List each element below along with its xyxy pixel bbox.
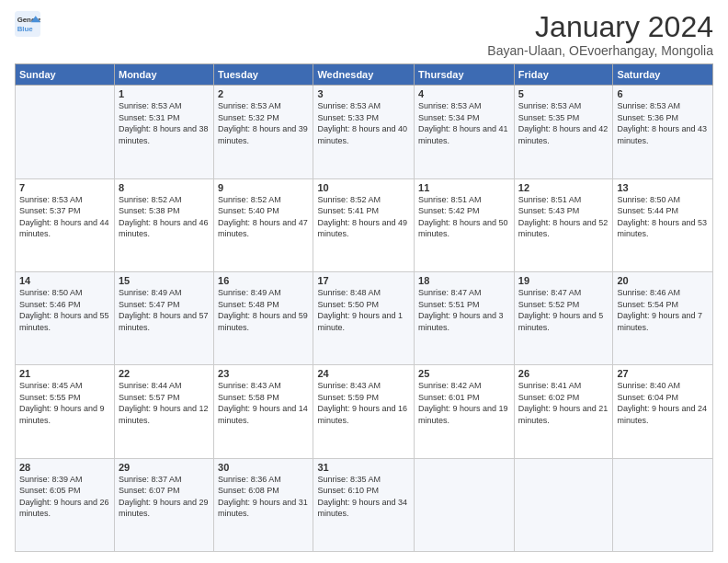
cal-cell [16, 86, 115, 178]
day-number: 22 [119, 368, 210, 379]
day-info: Sunrise: 8:52 AMSunset: 5:38 PMDaylight:… [119, 194, 210, 240]
cal-cell: 2Sunrise: 8:53 AMSunset: 5:32 PMDaylight… [214, 86, 313, 178]
cal-cell: 26Sunrise: 8:41 AMSunset: 6:02 PMDayligh… [514, 365, 613, 458]
col-tuesday: Tuesday [214, 64, 313, 86]
week-row-3: 21Sunrise: 8:45 AMSunset: 5:55 PMDayligh… [16, 365, 713, 458]
day-number: 3 [317, 88, 410, 99]
col-thursday: Thursday [415, 64, 515, 86]
day-info: Sunrise: 8:53 AMSunset: 5:36 PMDaylight:… [617, 100, 709, 146]
day-info: Sunrise: 8:49 AMSunset: 5:47 PMDaylight:… [119, 287, 210, 333]
day-info: Sunrise: 8:53 AMSunset: 5:32 PMDaylight:… [218, 100, 309, 146]
cal-cell: 25Sunrise: 8:42 AMSunset: 6:01 PMDayligh… [415, 365, 515, 458]
cal-cell: 21Sunrise: 8:45 AMSunset: 5:55 PMDayligh… [16, 365, 115, 458]
day-number: 24 [317, 368, 410, 379]
logo: General Blue [15, 11, 40, 37]
day-info: Sunrise: 8:49 AMSunset: 5:48 PMDaylight:… [218, 287, 309, 333]
day-info: Sunrise: 8:45 AMSunset: 5:55 PMDaylight:… [19, 380, 110, 426]
cal-cell: 31Sunrise: 8:35 AMSunset: 6:10 PMDayligh… [313, 458, 415, 551]
week-row-0: 1Sunrise: 8:53 AMSunset: 5:31 PMDaylight… [16, 86, 713, 178]
day-info: Sunrise: 8:43 AMSunset: 5:58 PMDaylight:… [218, 380, 309, 426]
day-info: Sunrise: 8:50 AMSunset: 5:46 PMDaylight:… [19, 287, 110, 333]
day-number: 17 [317, 275, 410, 286]
calendar-subtitle: Bayan-Ulaan, OEvoerhangay, Mongolia [487, 43, 713, 58]
day-number: 23 [218, 368, 309, 379]
cal-cell: 28Sunrise: 8:39 AMSunset: 6:05 PMDayligh… [16, 458, 115, 551]
day-number: 2 [218, 88, 309, 99]
day-info: Sunrise: 8:52 AMSunset: 5:41 PMDaylight:… [317, 194, 410, 240]
day-info: Sunrise: 8:48 AMSunset: 5:50 PMDaylight:… [317, 287, 410, 333]
day-number: 8 [119, 182, 210, 193]
day-number: 16 [218, 275, 309, 286]
cal-cell: 22Sunrise: 8:44 AMSunset: 5:57 PMDayligh… [114, 365, 213, 458]
day-number: 20 [617, 275, 709, 286]
day-info: Sunrise: 8:53 AMSunset: 5:31 PMDaylight:… [119, 100, 210, 146]
cal-cell: 4Sunrise: 8:53 AMSunset: 5:34 PMDaylight… [415, 86, 515, 178]
cal-cell: 3Sunrise: 8:53 AMSunset: 5:33 PMDaylight… [313, 86, 415, 178]
day-number: 26 [518, 368, 609, 379]
day-info: Sunrise: 8:50 AMSunset: 5:44 PMDaylight:… [617, 194, 709, 240]
day-number: 29 [119, 462, 210, 473]
week-row-2: 14Sunrise: 8:50 AMSunset: 5:46 PMDayligh… [16, 271, 713, 364]
cal-cell: 12Sunrise: 8:51 AMSunset: 5:43 PMDayligh… [514, 178, 613, 271]
day-info: Sunrise: 8:40 AMSunset: 6:04 PMDaylight:… [617, 380, 709, 426]
week-row-4: 28Sunrise: 8:39 AMSunset: 6:05 PMDayligh… [16, 458, 713, 551]
day-number: 30 [218, 462, 309, 473]
day-info: Sunrise: 8:53 AMSunset: 5:37 PMDaylight:… [19, 194, 110, 240]
col-monday: Monday [114, 64, 213, 86]
cal-cell [415, 458, 515, 551]
page-header: General Blue January 2024 Bayan-Ulaan, O… [15, 11, 713, 58]
cal-cell: 19Sunrise: 8:47 AMSunset: 5:52 PMDayligh… [514, 271, 613, 364]
cal-cell: 18Sunrise: 8:47 AMSunset: 5:51 PMDayligh… [415, 271, 515, 364]
day-info: Sunrise: 8:35 AMSunset: 6:10 PMDaylight:… [317, 474, 410, 520]
day-info: Sunrise: 8:53 AMSunset: 5:35 PMDaylight:… [518, 100, 609, 146]
day-number: 11 [418, 182, 510, 193]
cal-cell: 23Sunrise: 8:43 AMSunset: 5:58 PMDayligh… [214, 365, 313, 458]
cal-cell: 27Sunrise: 8:40 AMSunset: 6:04 PMDayligh… [613, 365, 713, 458]
cal-cell: 7Sunrise: 8:53 AMSunset: 5:37 PMDaylight… [16, 178, 115, 271]
col-friday: Friday [514, 64, 613, 86]
day-number: 5 [518, 88, 609, 99]
day-info: Sunrise: 8:53 AMSunset: 5:34 PMDaylight:… [418, 100, 510, 146]
day-number: 28 [19, 462, 110, 473]
day-number: 6 [617, 88, 709, 99]
day-number: 15 [119, 275, 210, 286]
day-info: Sunrise: 8:52 AMSunset: 5:40 PMDaylight:… [218, 194, 309, 240]
cal-cell: 29Sunrise: 8:37 AMSunset: 6:07 PMDayligh… [114, 458, 213, 551]
col-sunday: Sunday [16, 64, 115, 86]
day-number: 10 [317, 182, 410, 193]
svg-text:Blue: Blue [17, 25, 34, 33]
cal-cell: 30Sunrise: 8:36 AMSunset: 6:08 PMDayligh… [214, 458, 313, 551]
cal-cell: 24Sunrise: 8:43 AMSunset: 5:59 PMDayligh… [313, 365, 415, 458]
cal-cell: 17Sunrise: 8:48 AMSunset: 5:50 PMDayligh… [313, 271, 415, 364]
day-info: Sunrise: 8:37 AMSunset: 6:07 PMDaylight:… [119, 474, 210, 520]
title-block: January 2024 Bayan-Ulaan, OEvoerhangay, … [487, 11, 713, 58]
day-info: Sunrise: 8:51 AMSunset: 5:43 PMDaylight:… [518, 194, 609, 240]
cal-cell [613, 458, 713, 551]
day-info: Sunrise: 8:39 AMSunset: 6:05 PMDaylight:… [19, 474, 110, 520]
cal-cell: 9Sunrise: 8:52 AMSunset: 5:40 PMDaylight… [214, 178, 313, 271]
day-info: Sunrise: 8:44 AMSunset: 5:57 PMDaylight:… [119, 380, 210, 426]
cal-cell: 15Sunrise: 8:49 AMSunset: 5:47 PMDayligh… [114, 271, 213, 364]
day-number: 7 [19, 182, 110, 193]
day-info: Sunrise: 8:46 AMSunset: 5:54 PMDaylight:… [617, 287, 709, 333]
day-number: 18 [418, 275, 510, 286]
day-number: 21 [19, 368, 110, 379]
cal-cell: 20Sunrise: 8:46 AMSunset: 5:54 PMDayligh… [613, 271, 713, 364]
day-number: 12 [518, 182, 609, 193]
cal-cell: 11Sunrise: 8:51 AMSunset: 5:42 PMDayligh… [415, 178, 515, 271]
cal-cell: 14Sunrise: 8:50 AMSunset: 5:46 PMDayligh… [16, 271, 115, 364]
day-info: Sunrise: 8:47 AMSunset: 5:52 PMDaylight:… [518, 287, 609, 333]
col-wednesday: Wednesday [313, 64, 415, 86]
day-number: 1 [119, 88, 210, 99]
day-info: Sunrise: 8:41 AMSunset: 6:02 PMDaylight:… [518, 380, 609, 426]
cal-cell: 1Sunrise: 8:53 AMSunset: 5:31 PMDaylight… [114, 86, 213, 178]
day-number: 4 [418, 88, 510, 99]
day-info: Sunrise: 8:42 AMSunset: 6:01 PMDaylight:… [418, 380, 510, 426]
header-row: Sunday Monday Tuesday Wednesday Thursday… [16, 64, 713, 86]
calendar-title: January 2024 [487, 11, 713, 43]
cal-cell: 16Sunrise: 8:49 AMSunset: 5:48 PMDayligh… [214, 271, 313, 364]
day-number: 27 [617, 368, 709, 379]
cal-cell [514, 458, 613, 551]
day-info: Sunrise: 8:43 AMSunset: 5:59 PMDaylight:… [317, 380, 410, 426]
day-number: 14 [19, 275, 110, 286]
